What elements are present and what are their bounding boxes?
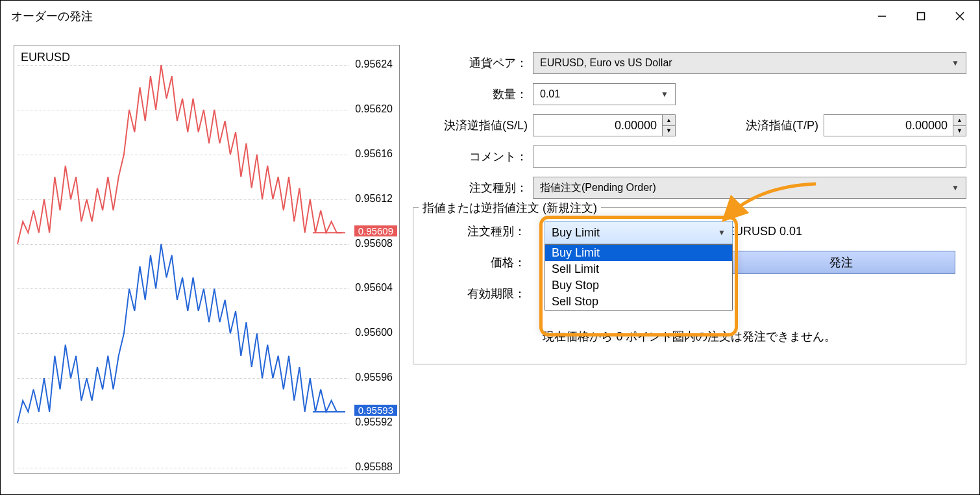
chart-tick-label: 0.95624 — [355, 58, 393, 70]
titlebar: オーダーの発注 — [1, 1, 979, 32]
spin-up-icon[interactable]: ▲ — [663, 115, 675, 126]
chart-tick-label: 0.95588 — [355, 461, 393, 473]
sl-input[interactable]: ▲▼ — [533, 114, 676, 136]
spin-down-icon[interactable]: ▼ — [663, 126, 675, 136]
comment-input[interactable] — [533, 146, 966, 168]
pending-legend: 指値または逆指値注文 (新規注文) — [419, 200, 601, 216]
row-volume: 数量： 0.01 ▼ — [413, 82, 966, 106]
minimize-button[interactable] — [863, 1, 901, 32]
close-button[interactable] — [940, 1, 979, 32]
label-volume: 数量： — [413, 86, 533, 102]
order-form: 通貨ペア： EURUSD, Euro vs US Dollar ▼ 数量： 0.… — [413, 45, 966, 494]
window-title: オーダーの発注 — [11, 8, 93, 24]
pending-type-select[interactable]: Buy Limit ▼ — [545, 221, 733, 244]
chevron-down-icon: ▼ — [718, 228, 726, 237]
chevron-down-icon: ▼ — [951, 183, 959, 192]
tp-spinner[interactable]: ▲▼ — [953, 115, 966, 136]
chevron-down-icon: ▼ — [951, 58, 959, 68]
label-pending-type: 注文種別： — [424, 223, 531, 239]
order-type-select[interactable]: 指値注文(Pending Order) ▼ — [533, 177, 966, 199]
content-area: EURUSD 0.956240.956200.956160.956120.956… — [1, 32, 979, 494]
tp-field[interactable] — [824, 115, 953, 136]
chart-area: 0.956240.956200.956160.956120.956080.956… — [14, 45, 399, 473]
symbol-select-value: EURUSD, Euro vs US Dollar — [540, 57, 672, 69]
label-type: 注文種別： — [413, 180, 533, 196]
place-order-button[interactable]: 発注 — [727, 251, 955, 274]
chart-tick-label: 0.95596 — [355, 372, 393, 383]
volume-select[interactable]: 0.01 ▼ — [533, 83, 676, 105]
chart-tick-label: 0.95592 — [355, 416, 393, 428]
label-expiry: 有効期限： — [424, 286, 531, 301]
pending-order-fieldset: 指値または逆指値注文 (新規注文) 注文種別： EURUSD 0.01 Buy … — [413, 207, 966, 364]
pending-type-option[interactable]: Sell Stop — [545, 294, 732, 310]
order-window: オーダーの発注 EURUSD 0.956240.956200.956160.95… — [0, 0, 980, 495]
volume-value: 0.01 — [540, 88, 560, 100]
pending-type-value: Buy Limit — [552, 226, 600, 240]
pending-type-option[interactable]: Buy Limit — [545, 245, 732, 261]
spin-up-icon[interactable]: ▲ — [953, 115, 966, 126]
row-pending-type: 注文種別： EURUSD 0.01 Buy Limit ▼ Buy LimitS… — [424, 220, 955, 243]
pending-type-options[interactable]: Buy LimitSell LimitBuy StopSell Stop — [545, 244, 733, 311]
chart-tick-label: 0.95612 — [355, 193, 393, 205]
chart-tick-label: 0.95620 — [355, 103, 393, 115]
tp-input[interactable]: ▲▼ — [824, 114, 966, 136]
price-tag-ask: 0.95609 — [354, 225, 397, 236]
label-sl: 決済逆指値(S/L) — [413, 118, 533, 133]
label-symbol: 通貨ペア： — [413, 55, 533, 71]
svg-rect-1 — [918, 13, 925, 20]
row-comment: コメント： — [413, 145, 966, 168]
chevron-down-icon: ▼ — [661, 90, 668, 99]
row-type: 注文種別： 指値注文(Pending Order) ▼ — [413, 176, 966, 199]
chart-tick-label: 0.95604 — [355, 282, 393, 294]
pending-type-dropdown[interactable]: Buy Limit ▼ Buy LimitSell LimitBuy StopS… — [545, 221, 733, 311]
label-price: 価格： — [424, 255, 531, 270]
sl-field[interactable] — [533, 115, 662, 136]
order-note: 現在価格から 0 ポイント圏内の注文は発注できません。 — [424, 329, 955, 344]
spin-down-icon[interactable]: ▼ — [953, 126, 966, 136]
maximize-button[interactable] — [901, 1, 940, 32]
chart-tick-label: 0.95600 — [355, 327, 393, 338]
chart-tick-label: 0.95608 — [355, 238, 393, 249]
row-symbol: 通貨ペア： EURUSD, Euro vs US Dollar ▼ — [413, 51, 966, 75]
sl-spinner[interactable]: ▲▼ — [662, 115, 675, 136]
label-comment: コメント： — [413, 149, 533, 164]
row-sltp: 決済逆指値(S/L) ▲▼ 決済指値(T/P) ▲▼ — [413, 114, 966, 137]
window-controls — [863, 1, 979, 32]
label-tp: 決済指値(T/P) — [676, 118, 824, 133]
order-type-value: 指値注文(Pending Order) — [540, 181, 656, 195]
chart-tick-label: 0.95616 — [355, 148, 393, 160]
pending-type-option[interactable]: Buy Stop — [545, 277, 732, 294]
symbol-select[interactable]: EURUSD, Euro vs US Dollar ▼ — [533, 52, 966, 74]
pending-type-option[interactable]: Sell Limit — [545, 261, 732, 277]
price-tag-bid: 0.95593 — [354, 405, 397, 416]
price-chart: EURUSD 0.956240.956200.956160.956120.956… — [14, 45, 400, 474]
